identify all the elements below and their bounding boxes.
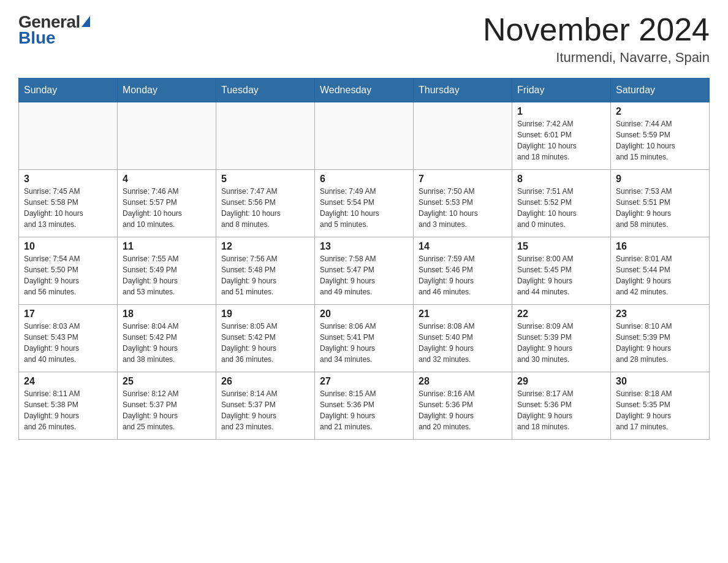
day-info: Sunrise: 8:04 AM Sunset: 5:42 PM Dayligh… [123,321,211,365]
day-number: 1 [517,106,605,117]
day-number: 26 [221,376,309,387]
calendar-cell: 6Sunrise: 7:49 AM Sunset: 5:54 PM Daylig… [315,170,414,237]
title-block: November 2024 Iturmendi, Navarre, Spain [483,12,710,66]
weekday-header-saturday: Saturday [611,79,710,102]
calendar-cell: 5Sunrise: 7:47 AM Sunset: 5:56 PM Daylig… [216,170,315,237]
calendar-cell: 8Sunrise: 7:51 AM Sunset: 5:52 PM Daylig… [512,170,611,237]
day-number: 9 [616,174,704,185]
day-number: 13 [320,241,408,252]
day-number: 23 [616,308,704,320]
calendar-week-row: 24Sunrise: 8:11 AM Sunset: 5:38 PM Dayli… [19,372,710,440]
calendar-cell: 22Sunrise: 8:09 AM Sunset: 5:39 PM Dayli… [512,305,611,372]
calendar-cell [19,102,118,170]
day-number: 3 [24,174,112,185]
day-info: Sunrise: 7:58 AM Sunset: 5:47 PM Dayligh… [320,253,408,297]
day-info: Sunrise: 8:06 AM Sunset: 5:41 PM Dayligh… [320,321,408,365]
calendar-week-row: 17Sunrise: 8:03 AM Sunset: 5:43 PM Dayli… [19,305,710,372]
logo-triangle-icon [82,16,90,27]
location-subtitle: Iturmendi, Navarre, Spain [483,50,710,66]
calendar-cell: 4Sunrise: 7:46 AM Sunset: 5:57 PM Daylig… [118,170,216,237]
calendar-cell: 16Sunrise: 8:01 AM Sunset: 5:44 PM Dayli… [611,237,710,305]
weekday-header-friday: Friday [512,79,611,102]
calendar-cell: 21Sunrise: 8:08 AM Sunset: 5:40 PM Dayli… [414,305,512,372]
day-info: Sunrise: 7:59 AM Sunset: 5:46 PM Dayligh… [419,253,507,297]
day-info: Sunrise: 8:14 AM Sunset: 5:37 PM Dayligh… [221,388,309,432]
day-info: Sunrise: 7:56 AM Sunset: 5:48 PM Dayligh… [221,253,309,297]
calendar-cell: 13Sunrise: 7:58 AM Sunset: 5:47 PM Dayli… [315,237,414,305]
day-number: 24 [24,376,112,387]
day-number: 17 [24,308,112,320]
day-number: 4 [123,174,211,185]
calendar-cell: 1Sunrise: 7:42 AM Sunset: 6:01 PM Daylig… [512,102,611,170]
calendar-cell [414,102,512,170]
calendar-cell: 14Sunrise: 7:59 AM Sunset: 5:46 PM Dayli… [414,237,512,305]
day-info: Sunrise: 8:03 AM Sunset: 5:43 PM Dayligh… [24,321,112,365]
calendar-cell: 12Sunrise: 7:56 AM Sunset: 5:48 PM Dayli… [216,237,315,305]
weekday-header-monday: Monday [118,79,216,102]
calendar-cell: 2Sunrise: 7:44 AM Sunset: 5:59 PM Daylig… [611,102,710,170]
calendar-cell: 7Sunrise: 7:50 AM Sunset: 5:53 PM Daylig… [414,170,512,237]
day-info: Sunrise: 7:47 AM Sunset: 5:56 PM Dayligh… [221,186,309,230]
day-info: Sunrise: 7:51 AM Sunset: 5:52 PM Dayligh… [517,186,605,230]
day-info: Sunrise: 8:15 AM Sunset: 5:36 PM Dayligh… [320,388,408,432]
day-number: 30 [616,376,704,387]
day-info: Sunrise: 8:09 AM Sunset: 5:39 PM Dayligh… [517,321,605,365]
day-info: Sunrise: 7:54 AM Sunset: 5:50 PM Dayligh… [24,253,112,297]
logo-blue-text: Blue [18,28,56,48]
day-number: 25 [123,376,211,387]
calendar-cell [216,102,315,170]
weekday-header-wednesday: Wednesday [315,79,414,102]
day-number: 15 [517,241,605,252]
calendar-cell [118,102,216,170]
calendar-cell: 20Sunrise: 8:06 AM Sunset: 5:41 PM Dayli… [315,305,414,372]
day-info: Sunrise: 8:18 AM Sunset: 5:35 PM Dayligh… [616,388,704,432]
weekday-header-sunday: Sunday [19,79,118,102]
day-info: Sunrise: 7:42 AM Sunset: 6:01 PM Dayligh… [517,118,605,163]
weekday-header-thursday: Thursday [414,79,512,102]
day-number: 2 [616,106,704,117]
day-number: 16 [616,241,704,252]
day-number: 22 [517,308,605,320]
day-info: Sunrise: 8:16 AM Sunset: 5:36 PM Dayligh… [419,388,507,432]
day-number: 8 [517,174,605,185]
calendar-cell: 11Sunrise: 7:55 AM Sunset: 5:49 PM Dayli… [118,237,216,305]
calendar-week-row: 10Sunrise: 7:54 AM Sunset: 5:50 PM Dayli… [19,237,710,305]
day-info: Sunrise: 7:49 AM Sunset: 5:54 PM Dayligh… [320,186,408,230]
calendar-week-row: 3Sunrise: 7:45 AM Sunset: 5:58 PM Daylig… [19,170,710,237]
day-info: Sunrise: 7:44 AM Sunset: 5:59 PM Dayligh… [616,118,704,163]
calendar-week-row: 1Sunrise: 7:42 AM Sunset: 6:01 PM Daylig… [19,102,710,170]
calendar-cell: 18Sunrise: 8:04 AM Sunset: 5:42 PM Dayli… [118,305,216,372]
calendar-cell: 25Sunrise: 8:12 AM Sunset: 5:37 PM Dayli… [118,372,216,440]
calendar-cell: 23Sunrise: 8:10 AM Sunset: 5:39 PM Dayli… [611,305,710,372]
day-number: 29 [517,376,605,387]
day-info: Sunrise: 7:46 AM Sunset: 5:57 PM Dayligh… [123,186,211,230]
day-number: 18 [123,308,211,320]
day-info: Sunrise: 8:17 AM Sunset: 5:36 PM Dayligh… [517,388,605,432]
day-info: Sunrise: 8:00 AM Sunset: 5:45 PM Dayligh… [517,253,605,297]
page-header: General Blue November 2024 Iturmendi, Na… [18,12,710,66]
day-info: Sunrise: 7:45 AM Sunset: 5:58 PM Dayligh… [24,186,112,230]
day-number: 19 [221,308,309,320]
calendar-cell: 3Sunrise: 7:45 AM Sunset: 5:58 PM Daylig… [19,170,118,237]
calendar-cell: 19Sunrise: 8:05 AM Sunset: 5:42 PM Dayli… [216,305,315,372]
calendar-cell: 24Sunrise: 8:11 AM Sunset: 5:38 PM Dayli… [19,372,118,440]
day-number: 21 [419,308,507,320]
calendar-cell: 9Sunrise: 7:53 AM Sunset: 5:51 PM Daylig… [611,170,710,237]
calendar-header-row: SundayMondayTuesdayWednesdayThursdayFrid… [19,79,710,102]
day-number: 10 [24,241,112,252]
day-number: 20 [320,308,408,320]
day-number: 11 [123,241,211,252]
day-number: 6 [320,174,408,185]
day-info: Sunrise: 8:10 AM Sunset: 5:39 PM Dayligh… [616,321,704,365]
day-number: 27 [320,376,408,387]
calendar-cell: 28Sunrise: 8:16 AM Sunset: 5:36 PM Dayli… [414,372,512,440]
day-number: 7 [419,174,507,185]
calendar-table: SundayMondayTuesdayWednesdayThursdayFrid… [18,78,710,440]
calendar-cell: 26Sunrise: 8:14 AM Sunset: 5:37 PM Dayli… [216,372,315,440]
weekday-header-tuesday: Tuesday [216,79,315,102]
day-number: 5 [221,174,309,185]
day-info: Sunrise: 7:50 AM Sunset: 5:53 PM Dayligh… [419,186,507,230]
calendar-cell [315,102,414,170]
day-number: 12 [221,241,309,252]
day-info: Sunrise: 8:05 AM Sunset: 5:42 PM Dayligh… [221,321,309,365]
